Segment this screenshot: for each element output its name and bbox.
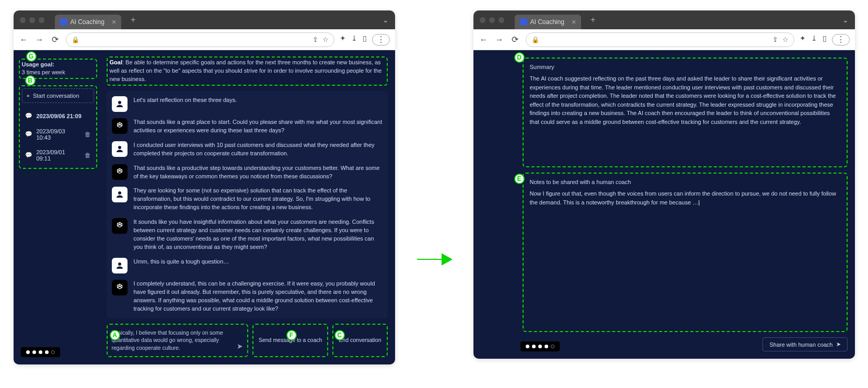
browser-toolbar: ← → ⟳ 🔒 ⇪ ☆ ✦ ⤓ ▯ ⋮ [473, 29, 855, 50]
share-row: Share with human coach ➤ [523, 337, 848, 351]
delete-icon[interactable]: 🗑 [85, 131, 91, 138]
tab-close-icon[interactable]: × [572, 18, 576, 26]
reload-icon[interactable]: ⟳ [50, 35, 61, 44]
conversation-timestamp: 2023/09/01 09:11 [37, 149, 80, 162]
new-tab-icon[interactable]: + [131, 15, 135, 25]
pager-dot[interactable] [51, 350, 55, 354]
downloads-icon[interactable]: ⤓ [351, 34, 357, 45]
message-row: Let's start reflection on these three da… [112, 96, 383, 112]
compose-bar: Basically, I believe that focusing only … [107, 324, 388, 357]
bookmark-icon[interactable]: ☆ [322, 36, 329, 43]
browser-titlebar: AI Coaching × + ⌄ [14, 10, 395, 29]
conversation-item[interactable]: 💬 2023/09/06 21:09 [22, 108, 94, 124]
message-row: Umm, this is quite a tough question… [112, 258, 383, 273]
start-conversation-button[interactable]: + Start conversation [22, 88, 94, 103]
profile-menu[interactable]: ⋮ [832, 34, 850, 45]
maximize-window-icon[interactable] [39, 17, 44, 23]
message-row: That sounds like a productive step towar… [112, 164, 383, 181]
minimize-window-icon[interactable] [489, 17, 495, 23]
reader-icon[interactable]: ▯ [363, 34, 367, 45]
pager-dot[interactable] [32, 350, 36, 354]
reader-icon[interactable]: ▯ [823, 34, 827, 45]
browser-window-right: AI Coaching × + ⌄ ← → ⟳ 🔒 ⇪ ☆ ✦ ⤓ ▯ ⋮ D … [473, 10, 855, 359]
pager-dot[interactable] [526, 345, 529, 348]
ai-avatar-icon [112, 280, 128, 295]
pager-dot[interactable] [39, 350, 42, 354]
tab-close-icon[interactable]: × [112, 18, 116, 26]
ai-avatar-icon [112, 118, 128, 134]
tabs-dropdown-icon[interactable]: ⌄ [383, 16, 389, 24]
compose-text: Basically, I believe that focusing only … [112, 329, 223, 351]
message-text: That sounds like a great place to start.… [134, 118, 383, 135]
tabs-dropdown-icon[interactable]: ⌄ [842, 16, 849, 24]
annotation-f: F [286, 330, 297, 340]
back-icon[interactable]: ← [479, 35, 489, 44]
message-text: They are looking for some (not so expens… [134, 187, 383, 212]
send-icon[interactable]: ➤ [237, 341, 243, 352]
user-avatar-icon [112, 141, 128, 157]
sidebar: Usage goal: 3 times per week + Start con… [14, 50, 102, 364]
url-bar[interactable]: 🔒 ⇪ ☆ [526, 32, 794, 47]
kebab-menu-icon: ⋮ [377, 36, 385, 44]
compose-input[interactable]: Basically, I believe that focusing only … [107, 324, 248, 357]
svg-point-3 [118, 263, 121, 266]
extensions-icon[interactable]: ✦ [340, 34, 346, 45]
user-avatar-icon [112, 187, 128, 202]
end-conversation-button[interactable]: End conversation [332, 324, 387, 357]
conversation-item[interactable]: 💬 2023/09/01 09:11 🗑 [22, 145, 94, 166]
profile-menu[interactable]: ⋮ [372, 34, 390, 45]
notes-body: Now I figure out that, even though the v… [530, 189, 840, 207]
pager-dot[interactable] [538, 345, 542, 348]
share-with-coach-button[interactable]: Share with human coach ➤ [762, 337, 847, 351]
chat-log: Let's start reflection on these three da… [107, 91, 388, 318]
pager-dot[interactable] [45, 350, 49, 354]
message-row: It sounds like you have insightful infor… [112, 218, 383, 252]
downloads-icon[interactable]: ⤓ [811, 34, 817, 45]
pager-dot[interactable] [26, 350, 30, 354]
summary-panel: Summary The AI coach suggested reflectin… [515, 50, 855, 359]
pager-dot[interactable] [545, 345, 548, 348]
message-text: Let's start reflection on these three da… [134, 96, 237, 105]
maximize-window-icon[interactable] [499, 17, 504, 23]
bookmark-icon[interactable]: ☆ [782, 36, 789, 43]
annotation-a: A [110, 330, 120, 340]
message-row: They are looking for some (not so expens… [112, 187, 383, 212]
summary-body: The AI coach suggested reflecting on the… [530, 74, 840, 126]
app-content-left: G B A F C Usage goal: 3 times per week +… [14, 50, 395, 364]
url-bar[interactable]: 🔒 ⇪ ☆ [66, 32, 334, 47]
minimize-window-icon[interactable] [29, 17, 35, 23]
browser-tab[interactable]: AI Coaching × [55, 15, 122, 29]
conversation-item[interactable]: 💬 2023/09/03 10:43 🗑 [22, 124, 94, 145]
usage-goal-label: Usage goal: [22, 61, 54, 67]
traffic-lights [20, 17, 44, 23]
tab-favicon-icon [60, 18, 67, 26]
forward-icon[interactable]: → [34, 35, 45, 44]
forward-icon[interactable]: → [494, 35, 505, 44]
browser-window-left: AI Coaching × + ⌄ ← → ⟳ 🔒 ⇪ ☆ ✦ ⤓ ▯ ⋮ G … [14, 10, 395, 364]
start-conversation-label: Start conversation [33, 93, 79, 99]
chat-icon: 💬 [25, 152, 32, 159]
message-text: I conducted user interviews with 10 past… [134, 141, 383, 158]
toolbar-icons: ✦ ⤓ ▯ ⋮ [340, 34, 390, 45]
tab-title: AI Coaching [71, 18, 105, 26]
delete-icon[interactable]: 🗑 [85, 152, 91, 159]
app-content-right: D E Summary The AI coach suggested refle… [473, 50, 855, 359]
notes-box[interactable]: Notes to be shared with a human coach No… [523, 173, 848, 332]
annotation-c: C [334, 330, 345, 340]
sidebar-spacer [473, 50, 515, 359]
pager-dot[interactable] [532, 345, 536, 348]
extensions-icon[interactable]: ✦ [800, 34, 806, 45]
new-tab-icon[interactable]: + [591, 15, 595, 25]
back-icon[interactable]: ← [19, 35, 29, 44]
notes-title: Notes to be shared with a human coach [530, 179, 840, 185]
reload-icon[interactable]: ⟳ [510, 35, 520, 44]
share-icon[interactable]: ⇪ [313, 36, 318, 43]
chat-icon: 💬 [25, 131, 32, 138]
close-window-icon[interactable] [480, 17, 485, 23]
pager-dot[interactable] [551, 345, 554, 348]
close-window-icon[interactable] [20, 17, 26, 23]
browser-tab[interactable]: AI Coaching × [515, 15, 582, 29]
share-icon[interactable]: ⇪ [772, 36, 778, 43]
plus-icon: + [27, 93, 30, 99]
arrow-icon [416, 252, 453, 269]
